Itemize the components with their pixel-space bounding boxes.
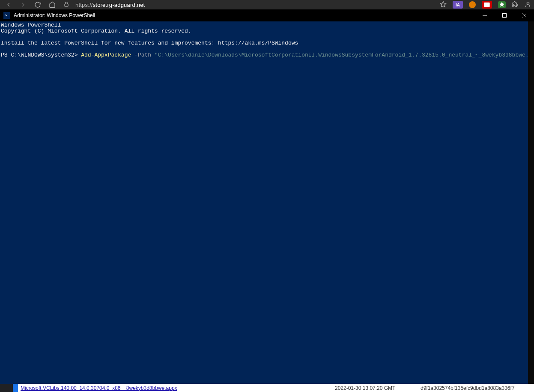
profile-icon[interactable] xyxy=(525,1,531,9)
parameter: -Path xyxy=(131,52,155,58)
terminal-line: Copyright (C) Microsoft Corporation. All… xyxy=(1,28,191,34)
back-icon[interactable] xyxy=(5,1,12,8)
svg-rect-2 xyxy=(484,3,489,7)
lock-icon xyxy=(63,1,69,9)
terminal-line: Windows PowerShell xyxy=(1,22,61,28)
svg-point-3 xyxy=(527,2,529,4)
file-link[interactable]: Microsoft.VCLibs.140.00_14.0.30704.0_x86… xyxy=(18,385,335,391)
favorite-icon[interactable] xyxy=(440,1,447,9)
address-bar[interactable]: https://store.rg-adguard.net xyxy=(63,1,440,9)
svg-rect-0 xyxy=(65,4,68,6)
terminal-area[interactable]: Windows PowerShell Copyright (C) Microso… xyxy=(0,21,534,384)
extension-ia[interactable]: IA xyxy=(453,1,463,9)
command: Add-AppxPackage xyxy=(81,52,131,58)
svg-rect-5 xyxy=(503,14,507,18)
maximize-button[interactable] xyxy=(495,9,514,21)
table-row: Microsoft.VCLibs.140.00_14.0.30704.0_x86… xyxy=(18,384,534,392)
file-hash: d9f1a302574bf135efc9dbd1a8083a336f7 xyxy=(421,385,534,391)
prompt: PS C:\WINDOWS\system32> xyxy=(1,52,81,58)
extension-orange[interactable] xyxy=(469,1,476,8)
svg-marker-1 xyxy=(440,1,446,7)
powershell-window: >_ Administrator: Windows PowerShell Win… xyxy=(0,9,534,384)
terminal-line: Install the latest PowerShell for new fe… xyxy=(1,40,298,46)
file-date: 2022-01-30 13:07:20 GMT xyxy=(335,385,421,391)
minimize-button[interactable] xyxy=(475,9,495,21)
background-page-peek: Microsoft.VCLibs.140.00_14.0.30704.0_x86… xyxy=(13,384,534,392)
forward-icon[interactable] xyxy=(20,1,27,8)
window-title: Administrator: Windows PowerShell xyxy=(14,12,95,18)
url-text: https://store.rg-adguard.net xyxy=(75,2,145,8)
extension-green[interactable] xyxy=(498,1,506,8)
browser-toolbar: https://store.rg-adguard.net IA xyxy=(0,0,534,9)
refresh-icon[interactable] xyxy=(34,1,41,8)
close-button[interactable] xyxy=(514,9,534,21)
extensions-icon[interactable] xyxy=(512,1,519,9)
powershell-icon: >_ xyxy=(3,12,10,19)
argument: "C:\Users\danie\Downloads\MicrosoftCorpo… xyxy=(155,52,534,58)
extension-red[interactable] xyxy=(482,1,492,9)
home-icon[interactable] xyxy=(49,1,56,8)
scrollbar[interactable] xyxy=(528,21,534,384)
titlebar[interactable]: >_ Administrator: Windows PowerShell xyxy=(0,9,534,21)
